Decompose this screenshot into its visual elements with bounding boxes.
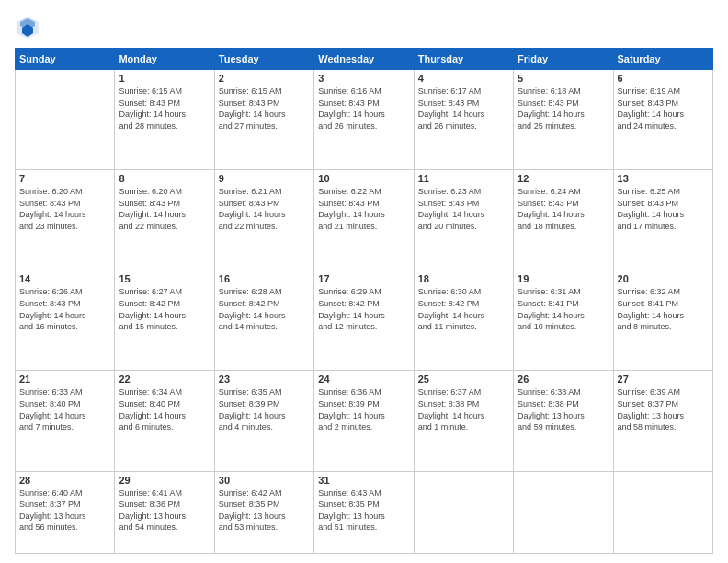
day-number: 5 [518, 73, 609, 84]
day-number: 2 [219, 73, 310, 84]
day-number: 3 [318, 73, 409, 84]
day-detail: Sunrise: 6:15 AMSunset: 8:43 PMDaylight:… [219, 86, 310, 132]
calendar-cell: 29Sunrise: 6:41 AMSunset: 8:36 PMDayligh… [115, 471, 214, 553]
day-number: 9 [219, 173, 310, 184]
calendar-cell: 24Sunrise: 6:36 AMSunset: 8:39 PMDayligh… [314, 371, 414, 471]
day-number: 19 [518, 273, 609, 284]
day-detail: Sunrise: 6:29 AMSunset: 8:42 PMDaylight:… [318, 286, 409, 332]
calendar-cell: 3Sunrise: 6:16 AMSunset: 8:43 PMDaylight… [314, 70, 414, 170]
calendar-cell: 8Sunrise: 6:20 AMSunset: 8:43 PMDaylight… [115, 170, 214, 270]
day-detail: Sunrise: 6:40 AMSunset: 8:37 PMDaylight:… [19, 488, 110, 534]
calendar-cell: 13Sunrise: 6:25 AMSunset: 8:43 PMDayligh… [613, 170, 712, 270]
day-detail: Sunrise: 6:34 AMSunset: 8:40 PMDaylight:… [119, 386, 210, 432]
calendar-cell: 5Sunrise: 6:18 AMSunset: 8:43 PMDaylight… [514, 70, 613, 170]
day-number: 25 [418, 373, 509, 385]
calendar-week-row: 1Sunrise: 6:15 AMSunset: 8:43 PMDaylight… [16, 70, 713, 170]
day-detail: Sunrise: 6:35 AMSunset: 8:39 PMDaylight:… [219, 386, 310, 432]
day-number: 26 [518, 373, 609, 385]
weekday-header-row: SundayMondayTuesdayWednesdayThursdayFrid… [16, 49, 713, 70]
calendar-cell: 2Sunrise: 6:15 AMSunset: 8:43 PMDaylight… [214, 70, 313, 170]
calendar-cell [414, 471, 513, 553]
calendar-cell: 27Sunrise: 6:39 AMSunset: 8:37 PMDayligh… [613, 371, 712, 471]
calendar-week-row: 21Sunrise: 6:33 AMSunset: 8:40 PMDayligh… [16, 371, 713, 471]
calendar-cell: 9Sunrise: 6:21 AMSunset: 8:43 PMDaylight… [214, 170, 313, 270]
day-number: 14 [19, 273, 110, 284]
weekday-header-sunday: Sunday [16, 49, 115, 70]
logo [15, 15, 44, 40]
calendar-cell [613, 471, 712, 553]
day-number: 22 [119, 373, 210, 385]
day-number: 31 [318, 475, 409, 486]
day-detail: Sunrise: 6:26 AMSunset: 8:43 PMDaylight:… [19, 286, 110, 332]
page: SundayMondayTuesdayWednesdayThursdayFrid… [0, 0, 728, 563]
calendar-cell: 15Sunrise: 6:27 AMSunset: 8:42 PMDayligh… [115, 270, 214, 371]
calendar-cell: 30Sunrise: 6:42 AMSunset: 8:35 PMDayligh… [214, 471, 313, 553]
calendar-cell: 14Sunrise: 6:26 AMSunset: 8:43 PMDayligh… [16, 270, 115, 371]
day-detail: Sunrise: 6:20 AMSunset: 8:43 PMDaylight:… [119, 186, 210, 232]
calendar-cell: 10Sunrise: 6:22 AMSunset: 8:43 PMDayligh… [314, 170, 414, 270]
weekday-header-friday: Friday [514, 49, 613, 70]
calendar-week-row: 14Sunrise: 6:26 AMSunset: 8:43 PMDayligh… [16, 270, 713, 371]
calendar: SundayMondayTuesdayWednesdayThursdayFrid… [15, 48, 713, 554]
day-detail: Sunrise: 6:23 AMSunset: 8:43 PMDaylight:… [418, 186, 509, 232]
day-detail: Sunrise: 6:32 AMSunset: 8:41 PMDaylight:… [618, 286, 709, 332]
day-number: 20 [618, 273, 709, 284]
calendar-cell: 28Sunrise: 6:40 AMSunset: 8:37 PMDayligh… [16, 471, 115, 553]
day-number: 6 [618, 73, 709, 84]
calendar-cell: 4Sunrise: 6:17 AMSunset: 8:43 PMDaylight… [414, 70, 513, 170]
day-detail: Sunrise: 6:43 AMSunset: 8:35 PMDaylight:… [318, 488, 409, 534]
day-detail: Sunrise: 6:17 AMSunset: 8:43 PMDaylight:… [418, 86, 509, 132]
calendar-cell: 12Sunrise: 6:24 AMSunset: 8:43 PMDayligh… [514, 170, 613, 270]
weekday-header-wednesday: Wednesday [314, 49, 414, 70]
day-number: 1 [119, 73, 210, 84]
day-detail: Sunrise: 6:19 AMSunset: 8:43 PMDaylight:… [618, 86, 709, 132]
day-detail: Sunrise: 6:25 AMSunset: 8:43 PMDaylight:… [618, 186, 709, 232]
calendar-cell: 6Sunrise: 6:19 AMSunset: 8:43 PMDaylight… [613, 70, 712, 170]
day-detail: Sunrise: 6:20 AMSunset: 8:43 PMDaylight:… [19, 186, 110, 232]
calendar-cell: 23Sunrise: 6:35 AMSunset: 8:39 PMDayligh… [214, 371, 313, 471]
day-number: 16 [219, 273, 310, 284]
calendar-cell: 26Sunrise: 6:38 AMSunset: 8:38 PMDayligh… [514, 371, 613, 471]
day-detail: Sunrise: 6:33 AMSunset: 8:40 PMDaylight:… [19, 386, 110, 432]
calendar-cell: 22Sunrise: 6:34 AMSunset: 8:40 PMDayligh… [115, 371, 214, 471]
weekday-header-tuesday: Tuesday [214, 49, 313, 70]
day-number: 15 [119, 273, 210, 284]
day-detail: Sunrise: 6:27 AMSunset: 8:42 PMDaylight:… [119, 286, 210, 332]
day-number: 18 [418, 273, 509, 284]
calendar-cell: 19Sunrise: 6:31 AMSunset: 8:41 PMDayligh… [514, 270, 613, 371]
day-number: 28 [19, 475, 110, 486]
header [15, 15, 713, 40]
day-detail: Sunrise: 6:39 AMSunset: 8:37 PMDaylight:… [618, 386, 709, 432]
calendar-cell: 16Sunrise: 6:28 AMSunset: 8:42 PMDayligh… [214, 270, 313, 371]
day-detail: Sunrise: 6:15 AMSunset: 8:43 PMDaylight:… [119, 86, 210, 132]
day-detail: Sunrise: 6:24 AMSunset: 8:43 PMDaylight:… [518, 186, 609, 232]
day-detail: Sunrise: 6:38 AMSunset: 8:38 PMDaylight:… [518, 386, 609, 432]
day-number: 8 [119, 173, 210, 184]
day-detail: Sunrise: 6:21 AMSunset: 8:43 PMDaylight:… [219, 186, 310, 232]
day-detail: Sunrise: 6:16 AMSunset: 8:43 PMDaylight:… [318, 86, 409, 132]
weekday-header-thursday: Thursday [414, 49, 513, 70]
calendar-cell: 7Sunrise: 6:20 AMSunset: 8:43 PMDaylight… [16, 170, 115, 270]
day-detail: Sunrise: 6:37 AMSunset: 8:38 PMDaylight:… [418, 386, 509, 432]
logo-icon [15, 15, 40, 40]
calendar-week-row: 28Sunrise: 6:40 AMSunset: 8:37 PMDayligh… [16, 471, 713, 553]
calendar-cell: 21Sunrise: 6:33 AMSunset: 8:40 PMDayligh… [16, 371, 115, 471]
day-detail: Sunrise: 6:41 AMSunset: 8:36 PMDaylight:… [119, 488, 210, 534]
calendar-cell: 11Sunrise: 6:23 AMSunset: 8:43 PMDayligh… [414, 170, 513, 270]
day-detail: Sunrise: 6:30 AMSunset: 8:42 PMDaylight:… [418, 286, 509, 332]
day-number: 23 [219, 373, 310, 385]
calendar-cell: 1Sunrise: 6:15 AMSunset: 8:43 PMDaylight… [115, 70, 214, 170]
calendar-week-row: 7Sunrise: 6:20 AMSunset: 8:43 PMDaylight… [16, 170, 713, 270]
day-number: 4 [418, 73, 509, 84]
weekday-header-saturday: Saturday [613, 49, 712, 70]
calendar-cell: 17Sunrise: 6:29 AMSunset: 8:42 PMDayligh… [314, 270, 414, 371]
day-detail: Sunrise: 6:36 AMSunset: 8:39 PMDaylight:… [318, 386, 409, 432]
day-number: 7 [19, 173, 110, 184]
day-number: 11 [418, 173, 509, 184]
day-number: 21 [19, 373, 110, 385]
weekday-header-monday: Monday [115, 49, 214, 70]
day-detail: Sunrise: 6:31 AMSunset: 8:41 PMDaylight:… [518, 286, 609, 332]
day-number: 17 [318, 273, 409, 284]
day-number: 10 [318, 173, 409, 184]
calendar-cell: 18Sunrise: 6:30 AMSunset: 8:42 PMDayligh… [414, 270, 513, 371]
